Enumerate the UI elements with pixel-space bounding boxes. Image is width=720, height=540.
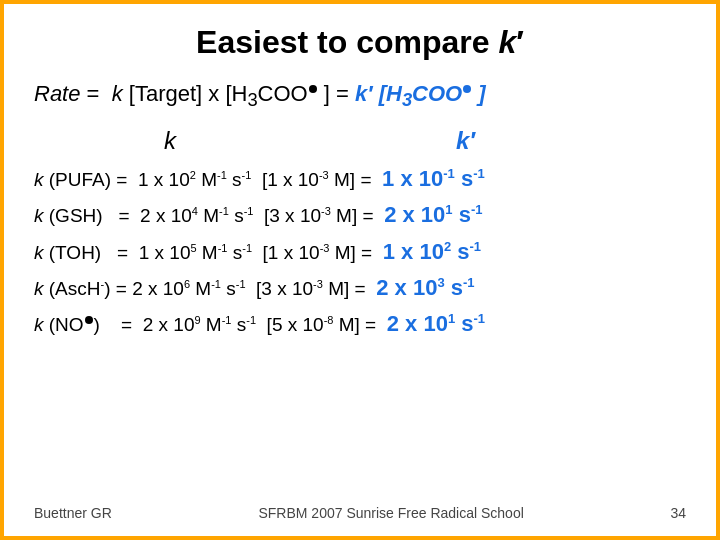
page: Easiest to compare k′ Rate = k [Target] … [4, 4, 716, 536]
kprime-value: 2 x 101 s-1 [384, 197, 482, 233]
footer-center: SFRBM 2007 Sunrise Free Radical School [258, 505, 523, 521]
row-label: k (NO) = 2 x 109 M-1 s-1 [5 x 10-8 M] = [34, 309, 387, 340]
kprime-value: 2 x 101 s-1 [387, 306, 485, 342]
col-k-header: k [164, 127, 176, 155]
footer-left: Buettner GR [34, 505, 112, 521]
row-label: k (AscH-) = 2 x 106 M-1 s-1 [3 x 10-3 M]… [34, 273, 376, 304]
col-kprime-header: k′ [456, 127, 475, 155]
kprime-value: 1 x 102 s-1 [383, 234, 481, 270]
table-row: k (GSH) = 2 x 104 M-1 s-1 [3 x 10-3 M] =… [34, 197, 686, 233]
kprime-value: 1 x 10-1 s-1 [382, 161, 485, 197]
row-label: k (GSH) = 2 x 104 M-1 s-1 [3 x 10-3 M] = [34, 200, 384, 231]
table-row: k (AscH-) = 2 x 106 M-1 s-1 [3 x 10-3 M]… [34, 270, 686, 306]
footer-right: 34 [670, 505, 686, 521]
row-label: k (TOH) = 1 x 105 M-1 s-1 [1 x 10-3 M] = [34, 237, 383, 268]
row-label: k (PUFA) = 1 x 102 M-1 s-1 [1 x 10-3 M] … [34, 164, 382, 195]
table-row: k (NO) = 2 x 109 M-1 s-1 [5 x 10-8 M] = … [34, 306, 686, 342]
column-headers: k k′ [34, 127, 686, 155]
footer: Buettner GR SFRBM 2007 Sunrise Free Radi… [34, 501, 686, 521]
rate-equation: Rate = k [Target] x [H3COO ] = k′ [H3COO… [34, 79, 686, 113]
page-title: Easiest to compare k′ [34, 24, 686, 61]
kprime-value: 2 x 103 s-1 [376, 270, 474, 306]
table-row: k (TOH) = 1 x 105 M-1 s-1 [1 x 10-3 M] =… [34, 234, 686, 270]
table-row: k (PUFA) = 1 x 102 M-1 s-1 [1 x 10-3 M] … [34, 161, 686, 197]
data-table: k (PUFA) = 1 x 102 M-1 s-1 [1 x 10-3 M] … [34, 161, 686, 493]
